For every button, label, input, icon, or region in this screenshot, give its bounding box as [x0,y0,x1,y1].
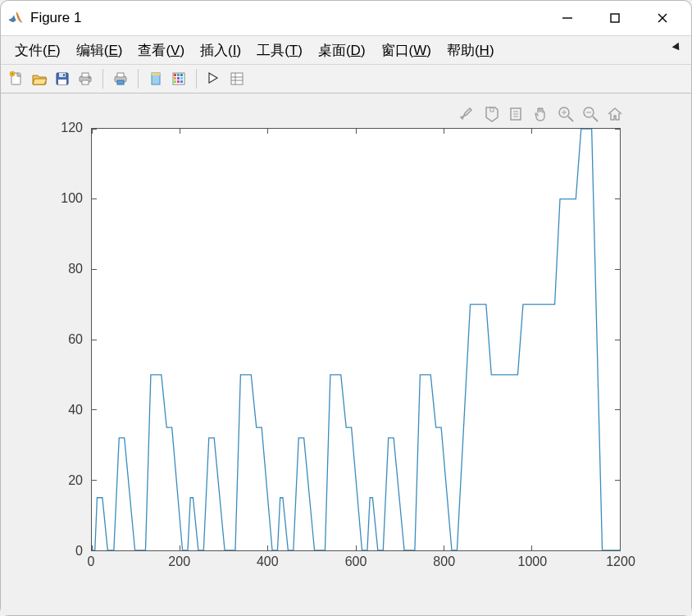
svg-line-43 [593,116,598,121]
menu-tools[interactable]: 工具(T) [249,39,311,62]
toolbar-sep-2 [138,69,139,89]
svg-rect-11 [82,73,89,77]
svg-rect-27 [177,80,180,83]
ytick-label: 20 [50,473,83,488]
svg-rect-8 [58,80,66,84]
menu-window[interactable]: 窗口(W) [374,39,439,62]
svg-rect-21 [177,74,180,76]
svg-rect-12 [82,80,89,84]
xtick-label: 400 [257,554,279,569]
copy-axes-icon[interactable] [508,105,526,123]
open-button[interactable] [29,68,50,89]
xtick-label: 0 [88,554,95,569]
insert-colorbar-button[interactable] [168,68,189,89]
xtick-label: 1200 [606,554,635,569]
save-button[interactable] [52,68,73,89]
menu-overflow-icon[interactable] [672,41,683,52]
svg-rect-24 [177,77,180,80]
figure-toolbar [1,65,691,94]
svg-rect-15 [117,73,124,77]
menu-desktop[interactable]: 桌面(D) [311,39,374,62]
menubar: 文件(F) 编辑(E) 查看(V) 插入(I) 工具(T) 桌面(D) 窗口(W… [1,35,691,65]
link-axes-button[interactable] [145,68,166,89]
svg-rect-22 [180,74,183,76]
zoom-out-icon[interactable] [581,105,599,123]
menu-view[interactable]: 查看(V) [130,39,193,62]
ytick-label: 60 [50,332,83,347]
ytick-label: 120 [50,121,83,135]
pan-icon[interactable] [532,105,550,123]
svg-point-13 [89,77,90,79]
svg-rect-25 [180,77,183,80]
toolbar-sep-3 [196,69,197,89]
svg-rect-23 [174,77,176,80]
menu-insert[interactable]: 插入(I) [193,39,249,62]
menu-edit[interactable]: 编辑(E) [69,39,131,62]
chart-axes[interactable] [91,128,621,551]
axes-toolbar [458,105,624,123]
xtick-label: 600 [345,554,367,569]
ytick-label: 40 [50,403,83,418]
save-axes-icon[interactable] [483,105,501,123]
xtick-label: 200 [168,554,190,569]
matlab-icon [7,10,24,26]
menu-help[interactable]: 帮助(H) [439,39,503,62]
series-1-line [92,129,620,550]
ytick-label: 0 [50,544,83,559]
brush-icon[interactable] [458,105,476,123]
ytick-label: 80 [50,262,83,276]
toolbar-sep-1 [102,69,103,89]
svg-rect-18 [152,73,160,75]
zoom-in-icon[interactable] [557,105,575,123]
window-title: Figure 1 [30,10,81,26]
svg-rect-9 [63,74,65,76]
new-figure-button[interactable] [6,68,27,89]
maximize-button[interactable] [591,2,639,34]
svg-rect-26 [174,80,176,83]
chart-canvas [92,129,620,550]
minimize-button[interactable] [544,2,591,34]
home-icon[interactable] [606,105,624,123]
svg-rect-29 [231,73,243,84]
menu-file[interactable]: 文件(F) [7,39,69,62]
svg-rect-28 [180,80,183,83]
svg-rect-20 [174,74,176,76]
figure-window: Figure 1 文件(F) 编辑(E) 查看(V) 插入(I) 工具(T) 桌… [0,0,692,616]
print-button[interactable] [75,68,96,89]
svg-rect-16 [117,80,124,84]
ytick-label: 100 [50,191,83,206]
close-button[interactable] [639,2,686,34]
svg-line-39 [568,116,573,121]
plot-area: 0 20 40 60 80 100 120 0 200 400 600 800 … [1,94,691,615]
print-preview-button[interactable] [110,68,131,89]
edit-plot-button[interactable] [203,68,225,89]
property-inspector-button[interactable] [226,68,248,89]
svg-rect-1 [611,14,619,22]
titlebar: Figure 1 [1,1,691,35]
xtick-label: 800 [433,554,455,569]
xtick-label: 1000 [518,554,548,569]
